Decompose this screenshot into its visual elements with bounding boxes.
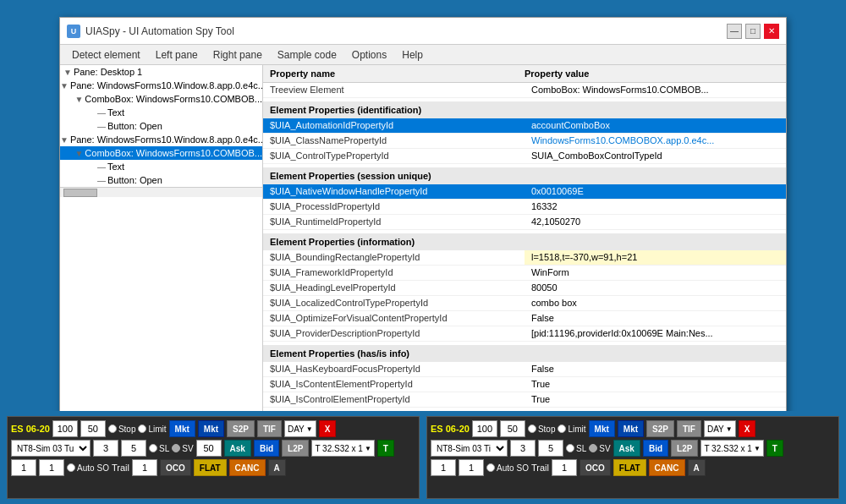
canc-btn-2[interactable]: CANC [649,459,685,476]
treeview-value: ComboBox: WindowsForms10.COMBOB... [525,83,786,97]
l2p-btn-2[interactable]: L2P [671,440,698,457]
a-btn-2[interactable]: A [688,459,706,476]
val1-input-1[interactable] [11,459,36,476]
prop-row-nativehandle[interactable]: $UIA_NativeWindowHandlePropertyId 0x0010… [263,184,786,200]
bid-btn-2[interactable]: Bid [643,440,668,457]
menu-left-pane[interactable]: Left pane [149,47,205,63]
l2p-btn-1[interactable]: L2P [282,440,309,457]
tree-node-5[interactable]: ▼ Pane: WindowsForms10.Window.8.app.0.e4… [60,133,262,146]
mkt1-btn-1[interactable]: Mkt [169,420,195,437]
t-btn-1[interactable]: T [377,440,394,457]
limit-radio-2[interactable]: Limit [558,425,585,434]
limit-radio-1[interactable]: Limit [138,425,166,434]
close-button[interactable]: ✕ [764,24,779,39]
account-select-1[interactable]: NT8-Sim 03 Tu [11,440,91,457]
qty2-input-2[interactable] [500,420,525,437]
day-dropdown-2[interactable]: DAY ▼ [704,420,736,437]
menu-right-pane[interactable]: Right pane [206,47,269,63]
tree-node-8[interactable]: — Button: Open [60,173,262,187]
t32-dropdown-2[interactable]: T 32.S32 x 1 ▼ [700,440,763,457]
section-header-identification: Element Properties (identification) [263,101,786,118]
x-btn-1[interactable]: X [319,420,337,437]
ask-btn-2[interactable]: Ask [613,440,640,457]
trade-row-1-3: Auto SO Trail OCO FLAT CANC A [11,459,415,476]
tree-label-7: Text [107,162,124,172]
prop-row-classname[interactable]: $UIA_ClassNamePropertyId WindowsForms10.… [263,134,786,149]
left-pane[interactable]: ▼ Pane: Desktop 1 ▼ Pane: WindowsForms10… [60,65,263,456]
sv-radio-1[interactable]: SV [172,444,193,453]
val5-input-2[interactable] [538,440,563,457]
val5-input-1[interactable] [121,440,146,457]
qty1-input-1[interactable] [52,420,78,437]
t-btn-2[interactable]: T [766,440,783,457]
x-btn-2[interactable]: X [739,420,756,437]
menu-sample-code[interactable]: Sample code [271,47,343,63]
a-btn-1[interactable]: A [268,459,286,476]
trail-val-1[interactable] [132,459,157,476]
tree-node-1[interactable]: ▼ Pane: WindowsForms10.Window.8.app.0.e4… [60,79,262,92]
mkt2-btn-1[interactable]: Mkt [198,420,224,437]
prop-row-headinglevel[interactable]: $UIA_HeadingLevelPropertyId 80050 [263,281,786,296]
prop-row-localizedtype[interactable]: $UIA_LocalizedControlTypePropertyId comb… [263,296,786,311]
right-pane[interactable]: Property name Property value Treeview El… [263,65,786,456]
sl-radio-2[interactable]: SL [566,444,586,453]
t32-dropdown-1[interactable]: T 32.S32 x 1 ▼ [311,440,374,457]
restore-button[interactable]: □ [745,24,761,39]
ask-btn-1[interactable]: Ask [224,440,251,457]
prop-row-automation-id[interactable]: $UIA_AutomationIdPropertyId accountCombo… [263,118,786,134]
stop-radio-2[interactable]: Stop [528,425,556,434]
mkt2-btn-2[interactable]: Mkt [618,420,644,437]
bid-btn-1[interactable]: Bid [254,440,279,457]
tree-node-4[interactable]: — Button: Open [60,119,262,133]
s2p-btn-2[interactable]: S2P [646,420,674,437]
account-select-2[interactable]: NT8-Sim 03 Ti [431,440,508,457]
menu-detect-element[interactable]: Detect element [65,47,147,63]
qty1-input-2[interactable] [472,420,497,437]
menu-options[interactable]: Options [345,47,393,63]
sv-radio-2[interactable]: SV [589,444,610,453]
tif-btn-1[interactable]: TIF [257,420,282,437]
minimize-button[interactable]: — [727,24,742,39]
mkt1-btn-2[interactable]: Mkt [589,420,615,437]
trail-val-2[interactable] [552,459,577,476]
val1b-input-2[interactable] [459,459,484,476]
oco-btn-1[interactable]: OCO [160,459,191,476]
qty2-input-1[interactable] [80,420,106,437]
auto-radio-1[interactable]: Auto [67,463,95,473]
qty50-input-1[interactable] [196,440,222,457]
tree-node-3[interactable]: — Text [60,106,262,119]
tif-btn-2[interactable]: TIF [677,420,701,437]
val3-input-1[interactable] [93,440,118,457]
canc-btn-1[interactable]: CANC [229,459,266,476]
prop-row-frameworkid[interactable]: $UIA_FrameworkIdPropertyId WinForm [263,266,786,281]
val1b-input-1[interactable] [39,459,64,476]
prop-row-runtimeid[interactable]: $UIA_RuntimeIdPropertyId 42,1050270 [263,215,786,230]
sl-radio-1[interactable]: SL [149,444,169,453]
flat-btn-1[interactable]: FLAT [194,459,227,476]
prop-row-optimize[interactable]: $UIA_OptimizeForVisualContentPropertyId … [263,311,786,326]
section-header-information: Element Properties (information) [263,233,786,250]
menu-help[interactable]: Help [395,47,430,63]
tree-node-6[interactable]: ▼ ComboBox: WindowsForms10.COMBOB... [60,146,262,160]
left-pane-scrollbar[interactable] [60,187,262,197]
prop-row-keyboardfocus[interactable]: $UIA_HasKeyboardFocusPropertyId False [263,362,786,377]
val1-input-2[interactable] [431,459,456,476]
stop-radio-1[interactable]: Stop [108,425,136,434]
prop-row-boundingrect[interactable]: $UIA_BoundingRectanglePropertyId l=1518,… [263,250,786,266]
trade-row-1-2: NT8-Sim 03 Tu SL SV Ask Bid L2P T 32.S32… [11,440,415,457]
prop-row-iscontent[interactable]: $UIA_IsContentElementPropertyId True [263,377,786,392]
val3-input-2[interactable] [510,440,536,457]
day-dropdown-1[interactable]: DAY ▼ [284,420,316,437]
prop-row-iscontrol[interactable]: $UIA_IsControlElementPropertyId True [263,392,786,408]
prop-row-controltype[interactable]: $UIA_ControlTypePropertyId SUIA_ComboBox… [263,149,786,164]
tree-node-2[interactable]: ▼ ComboBox: WindowsForms10.COMBOB... [60,92,262,106]
flat-btn-2[interactable]: FLAT [613,459,646,476]
tree-node-0[interactable]: ▼ Pane: Desktop 1 [60,65,262,79]
prop-row-processid[interactable]: $UIA_ProcessIdPropertyId 16332 [263,200,786,215]
tree-label-3: Text [107,107,124,118]
prop-row-provider[interactable]: $UIA_ProviderDescriptionPropertyId [pid:… [263,326,786,342]
s2p-btn-1[interactable]: S2P [227,420,255,437]
auto-radio-2[interactable]: Auto [486,463,514,473]
oco-btn-2[interactable]: OCO [580,459,611,476]
tree-node-7[interactable]: — Text [60,160,262,173]
